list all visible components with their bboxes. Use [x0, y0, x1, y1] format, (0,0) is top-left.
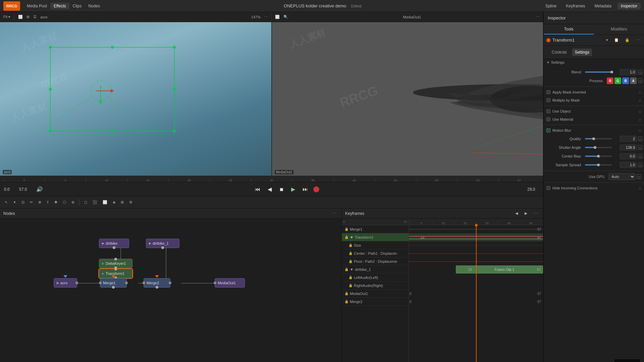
node-acro-out[interactable] — [75, 282, 78, 284]
node-acro[interactable]: ▶ acro — [54, 278, 77, 288]
t1-lock[interactable]: 🔒 — [623, 37, 632, 43]
use-material-check[interactable] — [546, 117, 550, 121]
sample-spread-slider-track[interactable] — [585, 164, 612, 166]
kf-center[interactable]: 🔒 Center : Path1 : Displacen — [342, 249, 409, 257]
apply-mask-inverted-row[interactable]: Apply Mask Inverted ◇ — [544, 88, 644, 96]
vtb-icon2[interactable]: ⊞ — [25, 14, 31, 19]
vtb-r-more[interactable]: ⋯ — [535, 14, 541, 19]
blend-slider[interactable] — [585, 71, 619, 73]
blend-value[interactable]: 1.0 — [620, 69, 637, 75]
nav-media-pool[interactable]: Media Pool — [23, 3, 50, 9]
node-m1-right[interactable] — [125, 282, 128, 284]
node-deltakeyer[interactable]: ▶ DeltaKeyer1 — [99, 259, 132, 268]
tool-paint[interactable]: ⊕ — [36, 199, 43, 205]
motion-blur-row[interactable]: ✓ Motion Blur ◇ — [544, 126, 644, 134]
motion-blur-check[interactable]: ✓ — [546, 128, 550, 132]
node-dirtbike[interactable]: ▶ dirtbike — [99, 239, 129, 248]
process-g-btn[interactable]: G — [614, 77, 621, 84]
nav-effects[interactable]: Effects — [50, 3, 69, 9]
tool-crop[interactable]: ⊡ — [19, 199, 26, 205]
process-b-btn[interactable]: B — [622, 77, 629, 84]
t1-more[interactable]: ⋯ — [634, 37, 641, 43]
node-dirtbike1[interactable]: ▶ dirtbike_1 — [146, 239, 179, 248]
center-bias-keyframe-btn[interactable]: ◇ — [638, 154, 643, 159]
kf-transform1[interactable]: 🔒 ▼ Transform1 — [342, 233, 409, 241]
tool-more1[interactable]: ◻ — [82, 199, 89, 205]
shutter-slider[interactable] — [585, 147, 619, 148]
tool-select[interactable]: ↖ — [3, 199, 10, 205]
kf-nav-right[interactable]: ▶ — [523, 210, 529, 216]
record-btn[interactable] — [313, 186, 319, 192]
node-m2-left[interactable] — [143, 282, 145, 284]
node-merge1[interactable]: Merge1 — [100, 278, 127, 288]
node-mo-left[interactable] — [214, 282, 216, 284]
kf-rightaudio[interactable]: 🔒 RightAudio(Right) — [342, 282, 409, 290]
nav-keyframes[interactable]: Keyframes — [562, 3, 588, 9]
tool-transform[interactable]: ✦ — [11, 199, 18, 205]
center-bias-slider-track[interactable] — [585, 156, 612, 157]
nav-metadata[interactable]: Metadata — [591, 3, 615, 9]
use-object-check[interactable] — [546, 109, 550, 113]
tool-text[interactable]: T — [45, 200, 51, 205]
node-m1-left[interactable] — [99, 282, 102, 284]
apply-mask-inverted-check[interactable] — [546, 90, 550, 94]
node-m2-bottom[interactable] — [156, 286, 158, 289]
play-btn[interactable]: ▶ — [289, 185, 297, 193]
kf-merge1[interactable]: 🔒 Merge1 — [342, 225, 409, 233]
center-bias-value[interactable]: 0.0 — [620, 153, 637, 159]
sample-spread-thumb[interactable] — [597, 164, 600, 166]
use-material-row[interactable]: Use Material ◇ — [544, 115, 644, 123]
nav-nodes[interactable]: Nodes — [85, 3, 103, 9]
process-a-btn[interactable]: A — [630, 77, 637, 84]
node-dirtbike-out[interactable] — [113, 246, 115, 249]
node-dk-in[interactable] — [114, 258, 117, 260]
quality-slider-track[interactable] — [585, 138, 612, 139]
tool-more2[interactable]: ⬛ — [91, 199, 99, 205]
volume-btn[interactable]: 🔊 — [34, 185, 45, 193]
sample-spread-keyframe-btn[interactable]: ◇ — [638, 163, 643, 167]
node-t1-in[interactable] — [114, 268, 117, 270]
center-bias-thumb[interactable] — [597, 155, 600, 158]
settings-section[interactable]: ▼ Settings — [544, 59, 644, 66]
node-dirtbike1-out[interactable] — [161, 246, 164, 249]
tool-particle[interactable]: ✺ — [52, 199, 59, 205]
node-m1-bottom[interactable] — [112, 286, 115, 289]
zoom-btn-left[interactable]: 147% — [250, 15, 262, 19]
blend-slider-track[interactable] — [585, 71, 612, 73]
process-keyframe-btn[interactable]: ◇ — [638, 78, 643, 83]
blend-thumb[interactable] — [610, 71, 613, 73]
node-transform1[interactable]: ▶ Transform1 — [99, 269, 132, 278]
shutter-thumb[interactable] — [594, 146, 596, 149]
nav-inspector[interactable]: Inspector — [618, 3, 641, 9]
tool-more3[interactable]: ⬜ — [101, 199, 109, 205]
node-merge2[interactable]: Merge2 — [144, 278, 170, 288]
multiply-by-mask-row[interactable]: Multiply by Mask ◇ — [544, 96, 644, 104]
kf-mediaout1[interactable]: 🔒 MediaOut1 — [342, 290, 409, 298]
vtb-more[interactable]: ⋯ — [263, 14, 269, 19]
go-start-btn[interactable]: ⏮ — [253, 186, 262, 193]
quality-thumb[interactable] — [592, 137, 595, 140]
tool-poly[interactable]: ✏ — [28, 199, 35, 205]
vtb-icon3[interactable]: ☰ — [32, 14, 38, 19]
sample-spread-value[interactable]: 1.0 — [620, 162, 637, 168]
kf-dirtbike1[interactable]: 🔒 ▼ dirtbike_1 — [342, 265, 409, 274]
shutter-keyframe-btn[interactable]: ◇ — [638, 145, 643, 150]
t1-dropdown[interactable]: ▾ — [604, 37, 610, 43]
multiply-by-mask-check[interactable] — [546, 98, 550, 102]
ctrl-tab-settings[interactable]: Settings — [572, 49, 592, 56]
tool-mask[interactable]: ⬡ — [61, 199, 68, 205]
step-back-btn[interactable]: ◀ — [266, 185, 274, 193]
use-object-row[interactable]: Use Object ◇ — [544, 107, 644, 115]
hide-incoming-row[interactable]: Hide Incoming Connections ◇ — [544, 184, 644, 192]
fit-btn[interactable]: Fit ▾ — [2, 14, 12, 19]
nav-clips[interactable]: Clips — [69, 3, 85, 9]
blend-keyframe-btn[interactable]: ◇ — [638, 70, 643, 74]
kf-pivot[interactable]: 🔒 Pivot : Path2 : Displaceme — [342, 257, 409, 265]
nodes-more-btn[interactable]: ⋯ — [330, 210, 338, 216]
quality-slider[interactable] — [585, 138, 619, 139]
kf-merge2[interactable]: 🔒 Merge2 — [342, 298, 409, 306]
ctrl-tab-controls[interactable]: Controls — [549, 49, 570, 56]
sample-spread-slider[interactable] — [585, 164, 619, 166]
hide-incoming-check[interactable] — [546, 186, 550, 190]
vtb-icon1[interactable]: ⬜ — [17, 14, 24, 19]
